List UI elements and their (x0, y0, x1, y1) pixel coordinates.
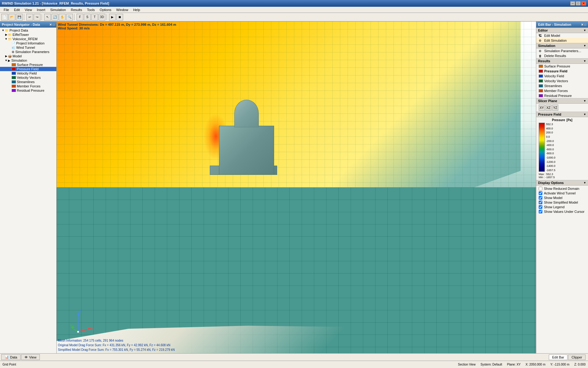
tree-item-wind-tunnel[interactable]: 💨Wind Tunnel (0, 45, 56, 50)
rotate-button[interactable]: 🔄 (51, 14, 58, 21)
minimize-button[interactable]: ─ (570, 1, 575, 6)
slicer-xz[interactable]: XZ (545, 105, 552, 111)
menu-item-insert[interactable]: Insert (34, 7, 48, 12)
tree-expand-project-data[interactable]: ▼ (1, 29, 5, 32)
checkbox-label-show-simplified-model: Show Simplified Model (544, 201, 578, 204)
display-option-show-values-under-cursor[interactable]: Show Values Under Cursor (539, 210, 586, 213)
legend-value: 200.0 (546, 131, 556, 134)
window-controls[interactable]: ─ □ ✕ (570, 1, 586, 6)
menu-item-help[interactable]: Help (131, 7, 143, 12)
view-side[interactable]: S (84, 14, 91, 21)
pressure-field-collapse[interactable]: ▼ (583, 113, 586, 116)
right-header-controls[interactable]: ✕ □ (581, 23, 586, 26)
result-icon-vectors (539, 79, 543, 82)
tree-item-simulation[interactable]: ▼▶Simulation (0, 58, 56, 63)
tree-item-simulation-parameters[interactable]: ⚙Simulation Parameters (0, 50, 56, 54)
open-button[interactable]: 📂 (9, 14, 15, 21)
building-main-body (219, 126, 274, 175)
display-option-show-model[interactable]: Show Model (539, 196, 586, 200)
delete-results-icon: 🗑 (539, 54, 543, 58)
slicer-xy[interactable]: XY (539, 105, 545, 111)
bottom-tab-data[interactable]: 📊 Data (1, 354, 21, 360)
undo-button[interactable]: ↩ (26, 14, 33, 21)
result-label-velocity-vectors: Velocity Vectors (544, 79, 568, 83)
slicer-collapse[interactable]: ▼ (583, 99, 586, 102)
menu-item-file[interactable]: File (1, 7, 12, 12)
results-list: Surface PressurePressure FieldVelocity F… (536, 64, 588, 98)
select-button[interactable]: ↖ (44, 14, 51, 21)
tree-expand-eiffeltower[interactable]: ▶ (4, 33, 8, 36)
results-collapse[interactable]: ▼ (583, 59, 586, 63)
tree-item-member-forces[interactable]: Member Forces (0, 84, 56, 88)
stop-button[interactable]: ⏹ (116, 14, 123, 21)
wind-speed: Wind Speed: 30 m/s (58, 26, 176, 30)
view-top[interactable]: T (91, 14, 98, 21)
checkbox-show-model[interactable] (539, 196, 542, 200)
y-coord: Y: -115.000 m (550, 363, 569, 366)
checkbox-show-legend[interactable] (539, 205, 542, 209)
tree-expand-vokovice_rfem[interactable]: ▼ (4, 37, 8, 40)
right-bottom-tab-edit-bar[interactable]: Edit Bar (549, 355, 567, 360)
checkbox-show-reduced-domain[interactable] (539, 187, 542, 190)
tree-item-streamlines[interactable]: Streamlines (0, 80, 56, 84)
display-options-collapse[interactable]: ▼ (583, 181, 586, 184)
menu-item-edit[interactable]: Edit (12, 7, 22, 12)
legend-value: 552.3 (546, 123, 556, 126)
slicer-yz[interactable]: YZ (552, 105, 558, 111)
checkbox-show-simplified-model[interactable] (539, 201, 542, 204)
pan-button[interactable]: ✋ (59, 14, 66, 21)
menu-item-window[interactable]: Window (114, 7, 131, 12)
redo-button[interactable]: ↪ (34, 14, 40, 21)
save-button[interactable]: 💾 (16, 14, 23, 21)
result-item-surface-pressure[interactable]: Surface Pressure (536, 64, 588, 69)
play-button[interactable]: ▶ (109, 14, 116, 21)
result-item-pressure-field[interactable]: Pressure Field (536, 69, 588, 74)
tree-item-residual-pressure[interactable]: Residual Pressure (0, 88, 56, 93)
tree-item-project-data[interactable]: ▼📁Project Data (0, 28, 56, 33)
new-button[interactable]: 📄 (1, 14, 8, 21)
bottom-tab-view[interactable]: 👁 View (21, 354, 40, 360)
sim-params-icon: ⚙ (539, 49, 543, 53)
edit-model-item[interactable]: 🏗 Edit Model (536, 33, 588, 38)
menu-item-results[interactable]: Results (68, 7, 85, 12)
delete-results-item[interactable]: 🗑 Delete Results (536, 53, 588, 58)
display-option-activate-wind-tunnel[interactable]: Activate Wind Tunnel (539, 191, 586, 195)
tree-item-pressure-field[interactable]: Pressure Field (0, 67, 56, 71)
right-bottom-tab-clipper[interactable]: Clipper (568, 355, 586, 360)
sim-params-item[interactable]: ⚙ Simulation Parameters... (536, 48, 588, 53)
checkbox-show-values-under-cursor[interactable] (539, 210, 542, 213)
menu-item-view[interactable]: View (22, 7, 35, 12)
edit-simulation-icon: ⚙ (539, 39, 543, 42)
tree-item-model[interactable]: ▶📦Model (0, 54, 56, 58)
result-item-streamlines[interactable]: Streamlines (536, 83, 588, 88)
tree-item-velocity-field[interactable]: Velocity Field (0, 71, 56, 75)
view-front[interactable]: F (77, 14, 83, 21)
result-item-member-forces[interactable]: Member Forces (536, 88, 588, 93)
view-3d[interactable]: 3D (99, 14, 105, 21)
menu-item-tools[interactable]: Tools (85, 7, 97, 12)
close-button[interactable]: ✕ (581, 1, 586, 6)
nav-controls[interactable]: ✕ □ (49, 23, 55, 26)
result-item-residual-pressure[interactable]: Residual Pressure (536, 93, 588, 98)
display-option-show-reduced-domain[interactable]: Show Reduced Domain (539, 187, 586, 190)
edit-simulation-item[interactable]: ⚙ Edit Simulation (536, 38, 588, 43)
tree-item-vokovice_rfem[interactable]: ▼📁Vokovice_RFEM (0, 37, 56, 41)
tree-expand-model[interactable]: ▶ (4, 55, 8, 58)
display-option-show-simplified-model[interactable]: Show Simplified Model (539, 201, 586, 204)
simulation-collapse[interactable]: ▼ (583, 44, 586, 47)
result-item-velocity-field[interactable]: Velocity Field (536, 74, 588, 79)
tree-item-surface-pressure[interactable]: Surface Pressure (0, 63, 56, 67)
tree-item-velocity-vectors[interactable]: Velocity Vectors (0, 75, 56, 80)
tree-item-eiffeltower[interactable]: ▶📁EiffelTower (0, 33, 56, 37)
viewport[interactable]: Z X Y Wind Tunnel Dimensions: Dx = 497.1… (57, 21, 536, 353)
tree-item-project-information[interactable]: 📄Project Information (0, 41, 56, 45)
zoom-button[interactable]: 🔍 (66, 14, 73, 21)
menu-item-simulation[interactable]: Simulation (48, 7, 68, 12)
maximize-button[interactable]: □ (576, 1, 581, 6)
result-item-velocity-vectors[interactable]: Velocity Vectors (536, 79, 588, 83)
display-option-show-legend[interactable]: Show Legend (539, 205, 586, 209)
editor-collapse[interactable]: ▼ (583, 29, 586, 32)
checkbox-activate-wind-tunnel[interactable] (539, 191, 542, 195)
menu-item-options[interactable]: Options (97, 7, 114, 12)
tree-expand-simulation[interactable]: ▼ (4, 59, 8, 62)
